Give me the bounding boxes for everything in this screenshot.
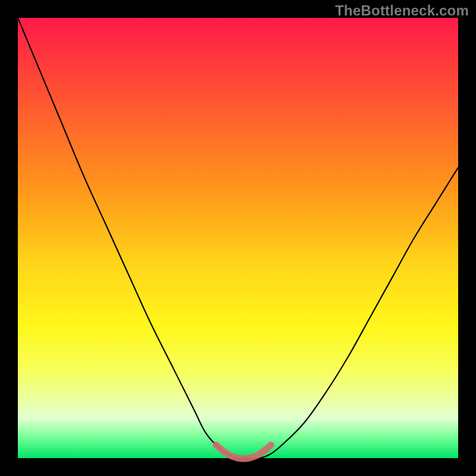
bottleneck-curve [18,18,458,459]
optimal-band-highlight [216,445,271,459]
watermark-text: TheBottleneck.com [335,2,469,19]
chart-frame: TheBottleneck.com [0,0,476,476]
plot-area [18,18,458,458]
curve-svg [18,18,458,458]
